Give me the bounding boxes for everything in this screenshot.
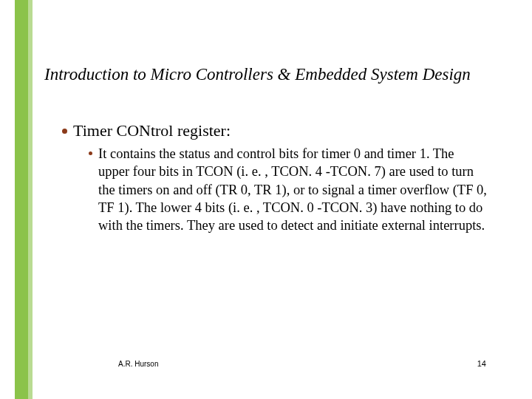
sub-bullet-row: It contains the status and control bits … [89, 145, 488, 235]
footer-page-number: 14 [477, 359, 486, 368]
main-bullet-text: Timer CONtrol register: [73, 120, 231, 142]
sub-bullet-text: It contains the status and control bits … [98, 145, 488, 235]
bullet-icon [89, 151, 92, 155]
main-bullet-row: Timer CONtrol register: [62, 120, 488, 142]
bullet-icon [62, 129, 67, 134]
slide-title: Introduction to Micro Controllers & Embe… [44, 65, 488, 84]
slide-container: Introduction to Micro Controllers & Embe… [0, 0, 532, 399]
footer-author: A.R. Hurson [118, 360, 158, 368]
